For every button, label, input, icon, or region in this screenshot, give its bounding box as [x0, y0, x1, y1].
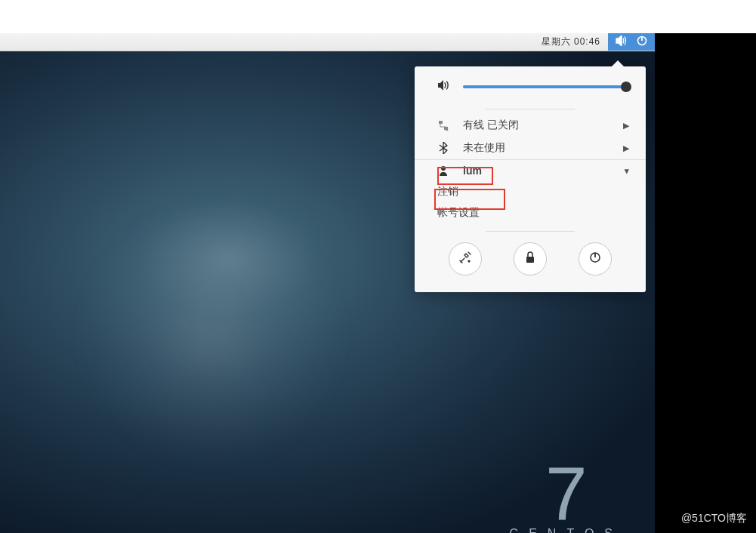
- clock-datetime[interactable]: 星期六 00:46: [534, 35, 608, 48]
- system-menu-popover: 有线 已关闭 ▶ 未在使用 ▶ lum ▾ 注销 帐号设置: [415, 66, 646, 292]
- svg-rect-7: [526, 257, 534, 263]
- popover-arrow: [611, 60, 625, 67]
- settings-button[interactable]: [449, 242, 482, 276]
- centos-name: CENTOS: [510, 527, 623, 533]
- svg-rect-2: [439, 121, 443, 124]
- user-menu-item[interactable]: lum ▾: [415, 160, 646, 181]
- centos-version: 7: [510, 456, 623, 531]
- volume-row: [415, 80, 646, 104]
- svg-point-6: [441, 166, 446, 171]
- user-name: lum: [463, 165, 611, 177]
- tools-icon: [458, 251, 472, 267]
- volume-slider-thumb[interactable]: [621, 82, 631, 92]
- watermark-text: @51CTO博客: [681, 512, 747, 525]
- power-icon: [637, 35, 647, 48]
- chevron-right-icon: ▶: [623, 143, 629, 153]
- account-settings-label: 帐号设置: [437, 206, 480, 218]
- page-white-margin: [0, 0, 756, 33]
- chevron-right-icon: ▶: [623, 121, 629, 131]
- bluetooth-label: 未在使用: [463, 141, 609, 155]
- power-off-icon: [589, 251, 601, 266]
- centos-logo: 7 CENTOS: [510, 456, 623, 533]
- bluetooth-icon: [437, 142, 449, 154]
- user-icon: [437, 165, 449, 176]
- action-buttons-row: [415, 236, 646, 276]
- volume-speaker-icon: [437, 80, 449, 94]
- top-panel: 星期六 00:46: [0, 33, 655, 51]
- menu-divider: [486, 231, 575, 232]
- menu-divider: [486, 109, 575, 109]
- volume-slider-fill: [463, 85, 622, 88]
- network-menu-item[interactable]: 有线 已关闭 ▶: [415, 114, 646, 137]
- volume-icon: [616, 35, 628, 48]
- desktop-wallpaper: 星期六 00:46 有线 已关闭 ▶: [0, 33, 655, 533]
- network-label: 有线 已关闭: [463, 119, 609, 132]
- lock-icon: [525, 251, 535, 266]
- bluetooth-menu-item[interactable]: 未在使用 ▶: [415, 137, 646, 159]
- logout-label: 注销: [437, 185, 458, 197]
- account-settings-menu-item[interactable]: 帐号设置: [415, 202, 646, 223]
- volume-slider[interactable]: [463, 85, 628, 88]
- network-wired-icon: [437, 120, 449, 131]
- chevron-down-icon: ▾: [625, 166, 629, 176]
- system-tray-active[interactable]: [608, 33, 655, 51]
- lock-button[interactable]: [514, 242, 547, 276]
- logout-menu-item[interactable]: 注销: [415, 181, 646, 202]
- power-button[interactable]: [579, 242, 612, 276]
